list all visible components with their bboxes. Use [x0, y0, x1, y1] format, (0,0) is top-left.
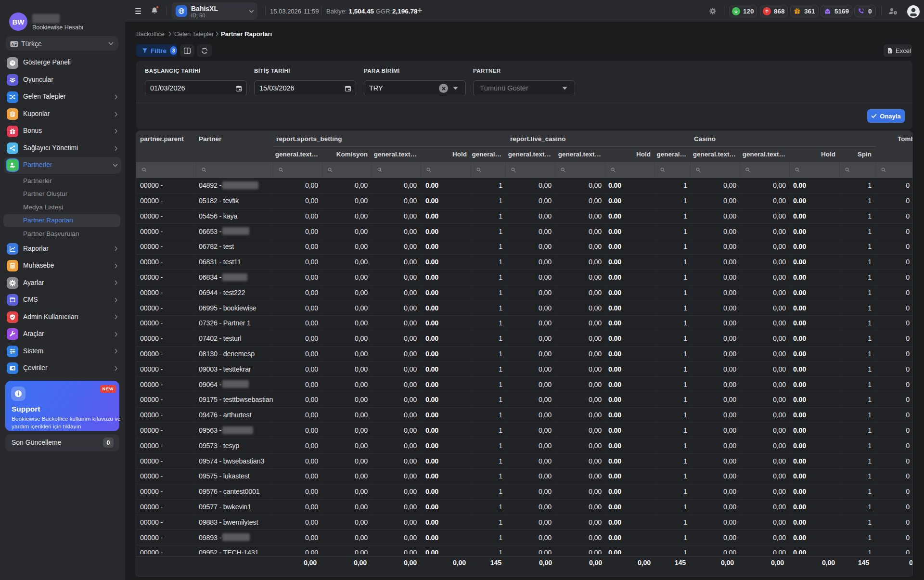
svg-text:A: A	[12, 42, 14, 47]
svg-text:x: x	[888, 50, 890, 53]
